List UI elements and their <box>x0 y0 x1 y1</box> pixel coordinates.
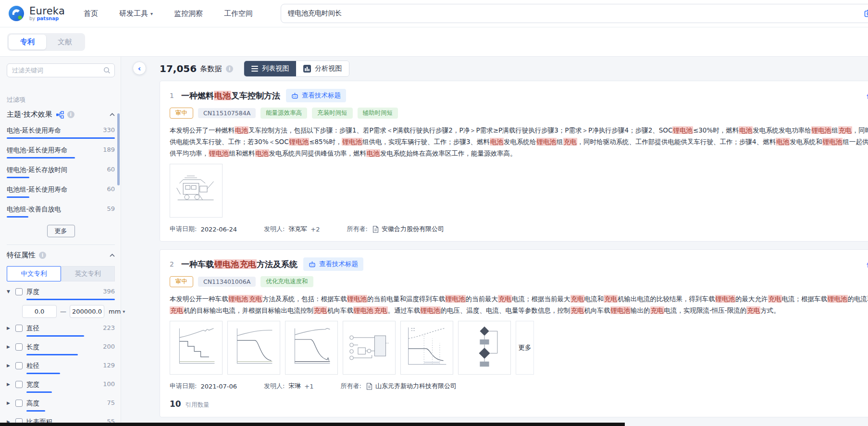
patent-title[interactable]: 一种车载锂电池充电方法及系统 <box>181 259 298 270</box>
list-icon <box>251 64 258 73</box>
inventor: 发明人: 张克军 +2 <box>264 225 320 233</box>
checkbox[interactable] <box>15 362 23 369</box>
topic-filter-count: 189 <box>103 146 115 155</box>
sidebar-scrollbar[interactable] <box>117 113 120 185</box>
topic-filter-bar <box>7 157 75 158</box>
publication-number[interactable]: CN115107584A <box>198 108 256 118</box>
inventor-more[interactable]: +2 <box>310 226 320 233</box>
status-badge: 审中 <box>170 276 193 287</box>
chevron-up-icon[interactable] <box>110 113 115 116</box>
feature-filter-label: 宽度 <box>26 380 39 389</box>
nav-monitor-insight[interactable]: 监控洞察 <box>174 9 203 18</box>
feature-filter-bar <box>26 299 115 300</box>
patent-figure-thumbnail[interactable] <box>458 321 511 375</box>
checkbox[interactable] <box>15 400 23 407</box>
checkbox[interactable] <box>15 288 23 295</box>
patent-figure-thumbnail[interactable] <box>170 164 223 218</box>
checkbox[interactable] <box>15 325 23 332</box>
keyword-filter-input[interactable] <box>7 63 115 77</box>
patent-card-header: 2 一种车载锂电池充电方法及系统 查看技术标题 <box>170 257 868 271</box>
robot-icon <box>309 261 316 268</box>
search-icon <box>103 67 111 74</box>
range-max-input[interactable] <box>70 305 104 318</box>
triangle-right-icon[interactable]: ▶ <box>7 363 12 368</box>
triangle-right-icon[interactable]: ▶ <box>7 401 12 405</box>
topic-filter-count: 59 <box>107 205 115 214</box>
tab-patent[interactable]: 专利 <box>9 35 46 49</box>
tech-effect-tag[interactable]: 辅助时间短 <box>358 108 398 119</box>
sidebar-collapse-button[interactable]: ‹ <box>133 61 146 75</box>
info-icon[interactable]: i <box>39 252 46 259</box>
topic-more-button[interactable]: 更多 <box>47 225 75 237</box>
patent-figure-thumbnail[interactable] <box>227 321 280 375</box>
feature-filter-bar <box>26 354 78 355</box>
patent-abstract: 本发明公开一种车载锂电池充电方法及系统，包括：根据车载锂电池的当前电量和温度得到… <box>170 293 868 316</box>
patent-figure-thumbnail[interactable] <box>170 321 223 375</box>
topic-filter-item[interactable]: 锂电池-延长使用寿命189 <box>7 146 115 158</box>
patent-figure-thumbnail[interactable] <box>285 321 338 375</box>
topic-filter-item[interactable]: 电池-延长使用寿命330 <box>7 126 115 139</box>
feature-section-header[interactable]: 特征属性 i <box>7 251 115 260</box>
tab-chinese-patent[interactable]: 中文专利 <box>7 266 61 281</box>
patent-title[interactable]: 一种燃料电池叉车控制方法 <box>181 90 280 101</box>
tech-effect-tag[interactable]: 充装时间短 <box>312 108 353 119</box>
patent-meta-row: 申请日期: 2022-06-24 发明人: 张克军 +2 所有者: 安徽合力股份… <box>170 225 868 233</box>
range-min-input[interactable] <box>22 305 57 318</box>
result-count-unit: 条数据 <box>200 64 222 73</box>
topic-filter-bar <box>7 177 29 178</box>
checkbox[interactable] <box>15 381 23 388</box>
topic-section-header[interactable]: 主题·技术效果 i <box>7 110 115 119</box>
more-figures-button[interactable]: 更多 <box>516 321 534 375</box>
main-nav: 首页 研发工具▾ 监控洞察 工作空间 <box>84 9 253 18</box>
topic-filter-item[interactable]: 电池组-延长使用寿命60 <box>7 185 115 198</box>
feature-filter-count: 129 <box>103 362 115 370</box>
tab-english-patent[interactable]: 英文专利 <box>61 266 115 281</box>
camera-icon[interactable] <box>864 8 868 18</box>
view-tech-title-button[interactable]: 查看技术标题 <box>286 89 346 102</box>
patent-tag-row: 审中 CN115107584A 能量源效率高 充装时间短 辅助时间短 <box>170 108 868 119</box>
triangle-right-icon[interactable]: ▶ <box>7 382 12 387</box>
triangle-right-icon[interactable]: ▶ <box>7 326 12 330</box>
inventor-more[interactable]: +1 <box>304 383 313 390</box>
patent-meta-row: 申请日期: 2021-07-06 发明人: 宋琳 +1 所有者: 山东元齐新动力… <box>170 382 868 390</box>
tech-effect-tag[interactable]: 能量源效率高 <box>260 108 307 119</box>
triangle-down-icon[interactable]: ▼ <box>7 289 12 294</box>
tab-literature[interactable]: 文献 <box>46 35 84 49</box>
topic-filter-label: 电池组-改善自放电 <box>7 205 61 214</box>
hierarchy-icon[interactable] <box>56 111 64 119</box>
patent-figure-thumbnail[interactable] <box>343 321 396 375</box>
triangle-right-icon[interactable]: ▶ <box>7 344 12 349</box>
search-input[interactable] <box>281 4 868 23</box>
result-type-tabbar: 专利 文献 <box>0 27 868 57</box>
feature-filter-row[interactable]: ▶ 直径223 <box>7 324 115 337</box>
topic-filter-label: 锂电池-延长存放时间 <box>7 166 67 174</box>
feature-filter-bar <box>26 335 84 337</box>
nav-workspace[interactable]: 工作空间 <box>224 9 253 18</box>
tech-effect-tag[interactable]: 优化充电速度和 <box>260 276 313 287</box>
eureka-logo[interactable]: Eureka by patsnap <box>8 5 76 22</box>
patent-language-tabs: 中文专利 英文专利 <box>7 266 115 281</box>
feature-filter-row[interactable]: ▶ 宽度100 <box>7 380 115 393</box>
list-view-button[interactable]: 列表视图 <box>244 61 296 76</box>
feature-filter-row[interactable]: ▼ 厚度396 <box>7 288 115 300</box>
topic-filter-item[interactable]: 锂电池-延长存放时间60 <box>7 166 115 178</box>
publication-number[interactable]: CN113401006A <box>198 277 256 287</box>
info-icon[interactable]: i <box>67 111 74 118</box>
patent-figure-thumbnail[interactable] <box>400 321 453 375</box>
patent-figures <box>170 164 868 218</box>
checkbox[interactable] <box>15 343 23 351</box>
analysis-view-button[interactable]: 分析视图 <box>296 61 349 76</box>
feature-filter-count: 223 <box>103 324 115 333</box>
company-doc-icon <box>366 383 372 390</box>
topic-filter-item[interactable]: 电池组-改善自放电59 <box>7 205 115 218</box>
topic-filter-count: 60 <box>107 166 115 174</box>
chevron-up-icon[interactable] <box>110 254 115 257</box>
feature-filter-row[interactable]: ▶ 高度75 <box>7 399 115 412</box>
feature-filter-label: 厚度 <box>26 288 39 296</box>
feature-filter-row[interactable]: ▶ 粒径129 <box>7 362 115 374</box>
feature-filter-row[interactable]: ▶ 长度200 <box>7 343 115 355</box>
view-tech-title-button[interactable]: 查看技术标题 <box>303 257 363 271</box>
info-icon[interactable]: i <box>226 65 233 73</box>
nav-rd-tools[interactable]: 研发工具▾ <box>119 9 153 18</box>
nav-home[interactable]: 首页 <box>84 9 98 18</box>
